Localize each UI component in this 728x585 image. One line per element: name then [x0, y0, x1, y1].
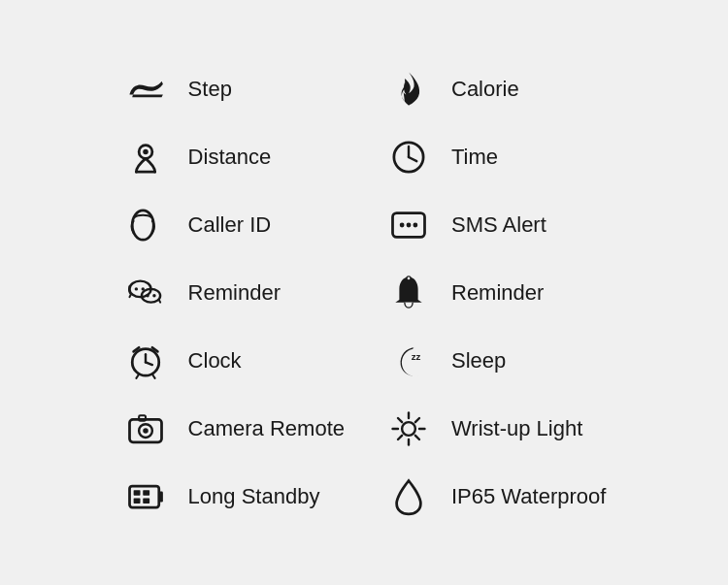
svg-rect-43 — [143, 490, 149, 496]
feature-label-calorie: Calorie — [451, 77, 519, 102]
feature-item-time: Time — [383, 132, 608, 182]
svg-line-20 — [146, 362, 152, 365]
features-grid: StepCalorieDistanceTimeCaller IDSMS Aler… — [62, 35, 667, 551]
battery-icon — [120, 471, 171, 522]
sleep-icon: zz — [383, 336, 434, 386]
svg-point-2 — [143, 148, 149, 154]
svg-point-16 — [152, 294, 155, 297]
svg-point-15 — [146, 294, 149, 297]
bell-icon — [383, 268, 434, 318]
svg-point-28 — [143, 428, 149, 434]
feature-label-long-standby: Long Standby — [188, 484, 320, 509]
svg-text:zz: zz — [412, 350, 421, 361]
svg-point-8 — [400, 222, 405, 227]
feature-item-clock: Clock — [120, 336, 345, 386]
svg-rect-44 — [143, 498, 149, 504]
feature-label-clock: Clock — [188, 348, 242, 374]
feature-item-camera-remote: Camera Remote — [120, 404, 345, 454]
feature-item-distance: Distance — [120, 132, 345, 182]
feature-item-step: Step — [120, 64, 345, 114]
wechat-icon — [120, 268, 171, 318]
feature-label-wristup-light: Wrist-up Light — [451, 416, 582, 441]
feature-label-waterproof: IP65 Waterproof — [451, 484, 606, 509]
svg-line-36 — [415, 435, 419, 439]
svg-line-38 — [398, 435, 402, 439]
svg-point-12 — [134, 287, 137, 290]
feature-label-step: Step — [188, 77, 232, 102]
feature-item-sms-alert: SMS Alert — [383, 200, 608, 250]
feature-item-reminder-wechat: Reminder — [120, 268, 345, 318]
feature-label-camera-remote: Camera Remote — [188, 416, 345, 441]
svg-line-35 — [398, 418, 402, 422]
svg-point-9 — [407, 222, 412, 227]
feature-label-time: Time — [451, 145, 498, 170]
svg-line-5 — [409, 157, 416, 161]
svg-rect-42 — [133, 498, 140, 504]
svg-rect-40 — [158, 491, 162, 502]
alarm-icon — [120, 336, 171, 386]
feature-item-wristup-light: Wrist-up Light — [383, 404, 608, 454]
drop-icon — [383, 471, 434, 522]
svg-line-37 — [415, 418, 419, 422]
flame-icon — [383, 64, 434, 114]
feature-label-reminder-bell: Reminder — [451, 280, 544, 306]
feature-label-sleep: Sleep — [451, 348, 506, 374]
feature-item-calorie: Calorie — [383, 64, 608, 114]
pin-icon — [120, 132, 171, 182]
feature-label-caller-id: Caller ID — [188, 212, 272, 238]
svg-rect-41 — [133, 490, 140, 496]
feature-item-sleep: zzSleep — [383, 336, 608, 386]
sun-icon — [383, 404, 434, 454]
feature-item-waterproof: IP65 Waterproof — [383, 471, 608, 522]
svg-line-23 — [136, 374, 139, 377]
svg-point-30 — [402, 422, 415, 436]
clock-icon — [383, 132, 434, 182]
svg-point-17 — [407, 276, 411, 279]
feature-item-caller-id: Caller ID — [120, 200, 345, 250]
svg-point-10 — [413, 222, 417, 227]
feature-label-distance: Distance — [188, 145, 272, 170]
svg-rect-39 — [129, 486, 158, 507]
feature-item-long-standby: Long Standby — [120, 471, 345, 522]
feature-label-sms-alert: SMS Alert — [451, 212, 546, 238]
svg-line-24 — [151, 374, 154, 377]
shoe-icon — [120, 64, 171, 114]
phone-icon — [120, 200, 171, 250]
camera-icon — [120, 404, 171, 454]
feature-label-reminder-wechat: Reminder — [188, 280, 281, 306]
feature-item-reminder-bell: Reminder — [383, 268, 608, 318]
sms-icon — [383, 200, 434, 250]
